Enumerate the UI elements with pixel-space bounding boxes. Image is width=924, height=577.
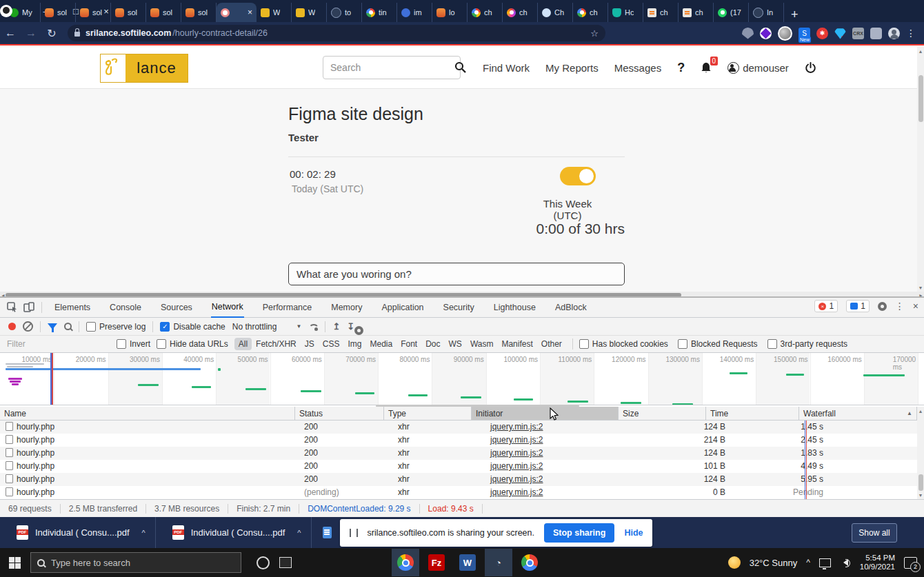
user-menu[interactable]: demouser [727,62,789,74]
initiator-link[interactable]: jquery.min.js:2 [490,422,543,432]
column-header-name[interactable]: Name [0,407,295,420]
scroll-down-icon[interactable]: ▼ [917,285,924,291]
weather-text[interactable]: 32°C Sunny [750,558,798,568]
column-header-time[interactable]: Time [706,407,799,420]
show-all-button[interactable]: Show all [852,523,897,543]
download-item[interactable]: Individual ( Consu....pdf^ [156,517,312,548]
browser-tab[interactable]: ch [573,3,608,22]
browser-tab[interactable]: Hc [608,3,643,22]
forward-icon[interactable]: → [21,27,41,39]
column-header-type[interactable]: Type [384,407,472,420]
task-view-icon[interactable] [279,557,292,568]
network-request-row[interactable]: hourly.php(pending)xhrjquery.min.js:20 B… [0,486,917,499]
sphere-extension-icon[interactable] [778,26,792,41]
site-search-input[interactable] [323,56,461,79]
scroll-up-icon[interactable]: ▲ [917,408,924,414]
3rd-party-requests-checkbox[interactable]: 3rd-party requests [767,339,847,349]
puzzle-extensions-icon[interactable] [870,28,882,39]
weather-sun-icon[interactable] [728,556,741,569]
action-center-icon[interactable]: 2 [904,557,917,569]
nav-messages[interactable]: Messages [614,62,661,74]
clock[interactable]: 5:54 PM 10/9/2021 [860,554,895,571]
stop-sharing-button[interactable]: Stop sharing [544,523,614,543]
browser-tab[interactable]: W [257,3,292,22]
sort-asc-icon[interactable]: ▲ [907,410,912,416]
network-request-row[interactable]: hourly.php200xhrjquery.min.js:2101 B4.49… [0,460,917,473]
browser-tab[interactable]: ch [468,3,503,22]
error-count-badge[interactable]: ×1 [814,300,838,312]
resource-type-ws[interactable]: WS [445,338,466,350]
resource-type-img[interactable]: Img [343,338,365,350]
network-request-row[interactable]: hourly.php200xhrjquery.min.js:2214 B2.45… [0,434,917,447]
taskbar-app-browser[interactable] [516,549,543,576]
disable-cache-checkbox[interactable]: ✓Disable cache [160,322,225,332]
browser-tab[interactable]: sol [76,3,111,22]
page-vertical-scrollbar[interactable]: ▲ ▼ [917,47,924,292]
devtools-settings-gear-icon[interactable] [878,302,887,311]
resource-type-wasm[interactable]: Wasm [466,338,498,350]
devtools-menu-icon[interactable]: ⋮ [895,301,905,312]
search-icon[interactable] [64,323,72,330]
browser-tab[interactable]: ch [503,3,538,22]
document-icon[interactable] [323,527,332,538]
devtools-tab-console[interactable]: Console [109,298,142,317]
browser-tab[interactable]: ch [679,3,714,22]
browser-menu-icon[interactable]: ⋮ [906,28,916,39]
devtools-tab-sources[interactable]: Sources [160,298,193,317]
resource-type-fetchxhr[interactable]: Fetch/XHR [252,338,301,350]
console-message-badge[interactable]: 1 [846,300,870,312]
taskbar-app-word[interactable]: W [454,549,481,576]
taskbar-app-timer-app[interactable]: ◔ [485,549,512,576]
browser-tab[interactable]: sol [181,3,217,22]
gem-extension-icon[interactable]: 25 [834,28,846,39]
tray-chevron-up-icon[interactable]: ^ [806,558,810,567]
crx-extension-icon[interactable]: CRX [852,28,864,39]
resource-type-manifest[interactable]: Manifest [497,338,536,350]
site-search-icon[interactable] [454,61,467,74]
nav-find-work[interactable]: Find Work [483,62,530,74]
browser-profile-avatar[interactable] [0,5,12,17]
initiator-link[interactable]: jquery.min.js:2 [490,435,543,445]
device-toolbar-icon[interactable] [23,302,34,313]
shield-extension-icon[interactable] [742,28,754,39]
devtools-close-icon[interactable]: × [913,301,918,312]
network-conditions-icon[interactable] [308,324,318,330]
browser-tab[interactable]: W [292,3,327,22]
taskbar-app-chrome[interactable] [392,549,419,576]
start-button[interactable] [9,557,21,569]
table-vertical-scrollbar[interactable]: ▲ ▼ [917,407,924,499]
resource-type-doc[interactable]: Doc [421,338,444,350]
browser-tab[interactable]: to [327,3,362,22]
blocked-requests-checkbox[interactable]: Blocked Requests [678,339,758,349]
initiator-link[interactable]: jquery.min.js:2 [490,474,543,484]
browser-tab[interactable]: Ch [538,3,573,22]
profile-avatar-icon[interactable] [888,28,900,39]
filter-icon[interactable] [48,323,57,330]
initiator-link[interactable]: jquery.min.js:2 [490,448,543,458]
s-extension-icon[interactable]: SNew [799,28,810,39]
browser-tab[interactable]: im [397,3,432,22]
hide-button[interactable]: Hide [624,528,643,538]
initiator-link[interactable]: jquery.min.js:2 [490,461,543,471]
clear-icon[interactable] [23,321,33,332]
timer-toggle[interactable] [560,167,596,185]
bookmark-star-icon[interactable]: ☆ [590,28,599,39]
column-header-size[interactable]: Size [619,407,706,420]
volume-icon[interactable] [840,559,848,566]
throttling-select[interactable]: No throttling▼ [232,322,302,332]
devtools-tab-application[interactable]: Application [381,298,424,317]
resource-type-all[interactable]: All [234,338,252,350]
network-request-row[interactable]: hourly.php200xhrjquery.min.js:2124 B5.95… [0,473,917,486]
back-icon[interactable]: ← [0,27,21,39]
taskbar-app-sticky-notes[interactable] [299,549,326,576]
resource-type-media[interactable]: Media [365,338,396,350]
download-menu-chevron-icon[interactable]: ^ [142,529,145,537]
taskbar-app-screen-recorder[interactable] [361,549,388,576]
network-request-row[interactable]: hourly.php200xhrjquery.min.js:2124 B1.83… [0,447,917,460]
invert-checkbox[interactable]: Invert [117,339,150,349]
export-har-icon[interactable]: ↧ [347,321,354,332]
network-filter-input[interactable] [6,338,110,351]
browser-tab[interactable]: sol [146,3,181,22]
scroll-up-icon[interactable]: ▲ [917,48,924,54]
help-icon[interactable]: ? [677,61,685,75]
